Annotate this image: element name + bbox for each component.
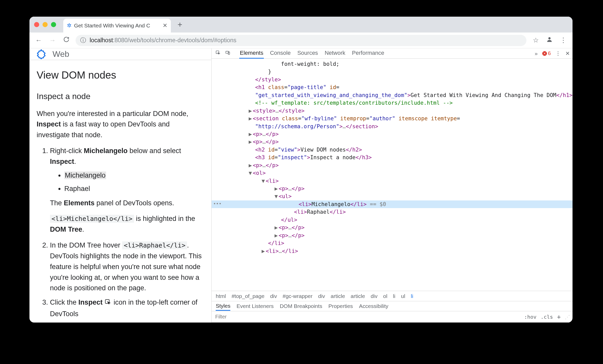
step-note: <li>Michelangelo</li> is highlighted in … [50,213,204,235]
breadcrumb-item[interactable]: ul [401,293,405,299]
intro-paragraph: When you're interested in a particular D… [37,109,204,141]
svg-point-0 [548,37,551,39]
breadcrumb-item[interactable]: article [331,293,345,299]
site-info-icon[interactable]: ⓘ [80,36,86,44]
inspect-element-icon[interactable] [214,50,222,57]
styles-tabs: StylesEvent ListenersDOM BreakpointsProp… [212,301,573,311]
styles-tab-dom-breakpoints[interactable]: DOM Breakpoints [280,303,322,309]
devtools-header: ElementsConsoleSourcesNetworkPerformance… [212,48,573,59]
styles-filter-row: :hov .cls + ⋰ [212,311,573,323]
steps-list: Right-click Michelangelo below and selec… [37,146,204,319]
url-text: localhost:8080/web/tools/chrome-devtools… [90,37,236,44]
page-h2: View DOM nodes [37,67,204,83]
breadcrumb-item[interactable]: div [270,293,277,299]
more-panels-icon[interactable]: » [535,50,538,57]
step-note: The Elements panel of DevTools opens. [50,198,204,209]
breadcrumb-item[interactable]: article [351,293,365,299]
content-area: Web View DOM nodes Inspect a node When y… [29,48,573,323]
dom-breadcrumb[interactable]: html#top_of_pagediv#gc-wrapperdivarticle… [212,291,573,301]
dom-selected-node[interactable]: ••• <li>Michelangelo</li> == $0 [212,200,573,208]
devtools-tabs: ElementsConsoleSourcesNetworkPerformance [239,48,385,59]
breadcrumb-item[interactable]: div [371,293,378,299]
favicon-icon: ✲ [67,22,71,29]
devtools-panel: ElementsConsoleSourcesNetworkPerformance… [212,48,573,323]
back-button[interactable]: ← [34,36,43,44]
close-window-button[interactable] [34,22,39,27]
devtools-tab-elements[interactable]: Elements [239,48,264,59]
demo-list-item-michelangelo[interactable]: Michelangelo [64,170,204,181]
demo-list: Michelangelo Raphael [50,170,204,194]
site-logo-icon [36,48,47,60]
breadcrumb-item[interactable]: ol [383,293,387,299]
profile-icon[interactable] [545,36,554,45]
inspect-cursor-icon [105,298,112,309]
step-item: Right-click Michelangelo below and selec… [50,146,204,235]
breadcrumb-item[interactable]: #top_of_page [232,293,264,299]
menu-icon[interactable]: ⋮ [559,36,568,44]
hov-toggle[interactable]: :hov [524,314,536,320]
new-style-rule-icon[interactable]: + [557,313,561,320]
devtools-tab-sources[interactable]: Sources [297,48,319,59]
device-toolbar-icon[interactable] [224,50,232,57]
styles-tab-event-listeners[interactable]: Event Listeners [236,303,274,309]
close-devtools-icon[interactable]: ✕ [565,50,570,57]
site-name: Web [53,49,69,59]
breadcrumb-item[interactable]: html [216,293,226,299]
dom-tree[interactable]: font-weight: bold; } </style> <h1 class=… [212,59,573,291]
styles-tab-accessibility[interactable]: Accessibility [359,303,388,309]
new-tab-button[interactable]: + [174,20,186,29]
forward-button[interactable]: → [48,36,57,44]
breadcrumb-item[interactable]: li [411,293,413,299]
cls-toggle[interactable]: .cls [540,314,553,320]
tab-strip: ✲ Get Started With Viewing And C ✕ + [29,17,573,33]
rendered-page: Web View DOM nodes Inspect a node When y… [29,48,212,323]
error-count[interactable]: ✕ 6 [542,50,551,56]
step-item: In the DOM Tree hover <li>Raphael</li>. … [50,240,204,294]
styles-resize-handle[interactable]: ⋰ [565,314,569,320]
page-body: View DOM nodes Inspect a node When you'r… [29,60,211,323]
demo-list-item-raphael[interactable]: Raphael [64,184,204,194]
step-item: Click the Inspect icon in the top-left c… [50,297,204,319]
address-bar[interactable]: ⓘ localhost:8080/web/tools/chrome-devtoo… [76,35,526,46]
devtools-menu-icon[interactable]: ⋮ [555,50,561,57]
breadcrumb-item[interactable]: li [393,293,395,299]
devtools-tab-network[interactable]: Network [324,48,346,59]
error-icon: ✕ [542,51,547,56]
star-icon[interactable]: ☆ [531,36,540,44]
reload-button[interactable] [62,36,71,44]
minimize-window-button[interactable] [43,22,48,27]
tab-title: Get Started With Viewing And C [74,23,160,29]
site-header: Web [29,48,211,60]
styles-tab-properties[interactable]: Properties [328,303,353,309]
breadcrumb-item[interactable]: div [318,293,325,299]
page-h3: Inspect a node [37,90,204,103]
styles-filter-input[interactable] [215,314,292,320]
browser-window: ✲ Get Started With Viewing And C ✕ + ← →… [29,17,573,323]
styles-tab-styles[interactable]: Styles [216,303,230,311]
close-tab-icon[interactable]: ✕ [163,22,167,29]
maximize-window-button[interactable] [51,22,56,27]
window-controls [34,22,56,27]
devtools-tab-performance[interactable]: Performance [351,48,385,59]
devtools-tab-console[interactable]: Console [269,48,291,59]
breadcrumb-item[interactable]: #gc-wrapper [283,293,313,299]
toolbar: ← → ⓘ localhost:8080/web/tools/chrome-de… [29,33,573,48]
browser-tab[interactable]: ✲ Get Started With Viewing And C ✕ [63,19,171,33]
